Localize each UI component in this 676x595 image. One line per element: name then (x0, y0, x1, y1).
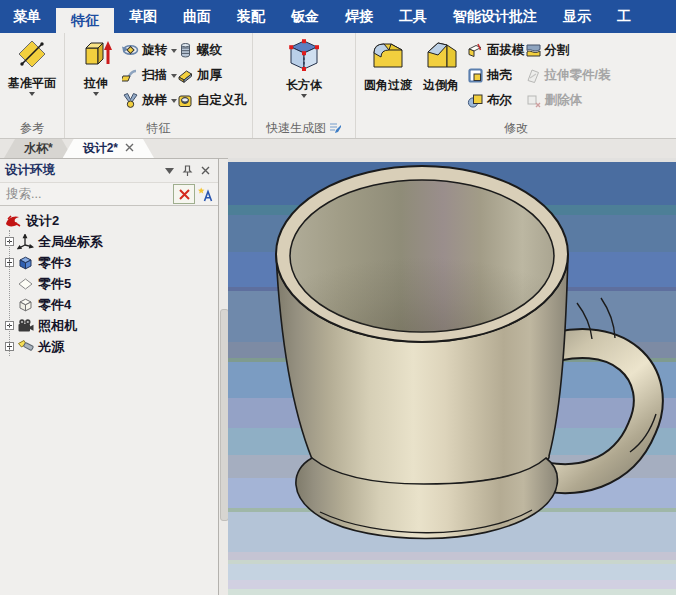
document-tab-watercup[interactable]: 水杯* (4, 139, 73, 158)
group-label-features: 特征 (67, 119, 250, 138)
thicken-button[interactable]: 加厚 (177, 63, 247, 88)
datum-plane-label: 基准平面 (8, 76, 56, 90)
light-source-icon (17, 339, 34, 355)
box-primitive-button[interactable]: 长方体 (278, 36, 330, 99)
panel-title: 设计环境 (5, 162, 159, 179)
extrude-label: 拉伸 (84, 76, 108, 90)
ribbon-group-reference: 基准平面 参考 (0, 33, 65, 138)
menu-item-features[interactable]: 特征 (56, 8, 114, 33)
revolve-label: 旋转 (142, 42, 167, 59)
group-label-reference: 参考 (2, 119, 62, 138)
revolve-icon (122, 42, 139, 59)
model-tree: 设计2 全局坐标系 (0, 206, 218, 357)
mug-model (228, 162, 676, 595)
sketch-plane-icon (17, 276, 34, 292)
camera-icon (17, 318, 34, 334)
revolve-button[interactable]: 旋转 (122, 38, 177, 63)
datum-plane-icon (15, 37, 49, 75)
custom-hole-button[interactable]: 自定义孔 (177, 88, 247, 113)
delete-body-icon (525, 92, 542, 109)
tree-item-part3[interactable]: 零件3 (2, 252, 218, 273)
face-draft-label: 面拔模 (487, 42, 525, 59)
boolean-label: 布尔 (487, 92, 512, 109)
design-environment-panel: 设计环境 搜索... (0, 158, 218, 595)
extrude-button[interactable]: 拉伸 (70, 36, 122, 97)
menu-item-tools[interactable]: 工具 (386, 0, 440, 33)
ribbon-group-modify: 圆角过渡 边倒角 (356, 33, 676, 138)
thread-label: 螺纹 (197, 42, 222, 59)
dropdown-arrow-icon (301, 94, 307, 98)
search-filter-button[interactable] (195, 185, 215, 203)
cad-application-window: 菜单 特征 草图 曲面 装配 钣金 焊接 工具 智能设计批注 显示 工 (0, 0, 676, 595)
menu-item-welding[interactable]: 焊接 (332, 0, 386, 33)
ribbon-group-features: 拉伸 旋转 (65, 33, 253, 138)
menu-item-clipped[interactable]: 工 (604, 0, 644, 33)
features-small-column-2: 螺纹 加厚 (177, 36, 247, 113)
menu-item-assembly[interactable]: 装配 (224, 0, 278, 33)
modify-small-column-1: 面拔模 抽壳 (467, 36, 525, 113)
chamfer-icon (422, 37, 460, 77)
fillet-button[interactable]: 圆角过渡 (361, 36, 415, 93)
thicken-icon (177, 67, 194, 84)
menu-item-smart-annotation[interactable]: 智能设计批注 (440, 0, 550, 33)
document-tab-design2-label: 设计2* (83, 139, 118, 158)
stretch-part-button: 拉伸零件/装 (525, 63, 611, 88)
custom-hole-label: 自定义孔 (197, 92, 247, 109)
menu-item-sheetmetal[interactable]: 钣金 (278, 0, 332, 33)
menu-item-menu[interactable]: 菜单 (0, 0, 54, 33)
group-dialog-launcher-icon[interactable] (329, 121, 342, 137)
menu-bar: 菜单 特征 草图 曲面 装配 钣金 焊接 工具 智能设计批注 显示 工 (0, 0, 676, 33)
tree-item-design2-label: 设计2 (26, 212, 59, 230)
chamfer-button[interactable]: 边倒角 (415, 36, 467, 93)
split-button[interactable]: 分割 (525, 38, 611, 63)
tree-item-part5-label: 零件5 (38, 275, 71, 293)
tree-item-camera[interactable]: 照相机 (2, 315, 218, 336)
dropdown-arrow-icon (93, 92, 99, 96)
tree-search-bar[interactable]: 搜索... (0, 182, 218, 206)
box-primitive-label: 长方体 (286, 78, 322, 92)
shell-button[interactable]: 抽壳 (467, 63, 525, 88)
document-tab-design2[interactable]: 设计2* (63, 139, 154, 158)
modify-small-column-2: 分割 拉伸零件/装 (525, 36, 611, 113)
sweep-label: 扫描 (142, 67, 167, 84)
tree-item-part4[interactable]: 零件4 (2, 294, 218, 315)
datum-plane-button[interactable]: 基准平面 (5, 36, 59, 97)
thread-icon (177, 42, 194, 59)
3d-viewport[interactable] (228, 158, 676, 595)
group-label-quick-generate: 快速生成图 (266, 120, 326, 137)
box-primitive-icon (285, 37, 323, 77)
loft-icon (122, 92, 139, 109)
panel-close-button[interactable] (197, 163, 213, 179)
search-clear-button[interactable] (173, 184, 195, 204)
menu-item-sketch[interactable]: 草图 (116, 0, 170, 33)
boolean-button[interactable]: 布尔 (467, 88, 525, 113)
tab-close-icon[interactable] (125, 139, 134, 158)
menu-item-display[interactable]: 显示 (550, 0, 604, 33)
menu-item-surface[interactable]: 曲面 (170, 0, 224, 33)
tree-item-part4-label: 零件4 (38, 296, 71, 314)
tree-item-light[interactable]: 光源 (2, 336, 218, 357)
thread-button[interactable]: 螺纹 (177, 38, 247, 63)
tree-item-global-coords[interactable]: 全局坐标系 (2, 231, 218, 252)
panel-dropdown-button[interactable] (161, 163, 177, 179)
document-tab-bar: 水杯* 设计2* (0, 139, 676, 159)
split-icon (525, 42, 542, 59)
part-solid-icon (17, 255, 34, 271)
extrude-icon (79, 37, 113, 75)
face-draft-button[interactable]: 面拔模 (467, 38, 525, 63)
custom-hole-icon (177, 92, 194, 109)
chamfer-label: 边倒角 (423, 78, 459, 92)
document-tab-watercup-label: 水杯* (24, 139, 53, 158)
thicken-label: 加厚 (197, 67, 222, 84)
loft-button[interactable]: 放样 (122, 88, 177, 113)
sweep-button[interactable]: 扫描 (122, 63, 177, 88)
fillet-icon (368, 37, 408, 77)
boolean-icon (467, 92, 484, 109)
panel-pin-button[interactable] (179, 163, 195, 179)
search-input[interactable]: 搜索... (6, 186, 173, 203)
tree-item-design2[interactable]: 设计2 (2, 210, 218, 231)
features-small-column-1: 旋转 扫描 (122, 36, 177, 113)
group-label-modify: 修改 (358, 119, 674, 138)
tree-item-part5[interactable]: 零件5 (2, 273, 218, 294)
part-outline-icon (17, 297, 34, 313)
